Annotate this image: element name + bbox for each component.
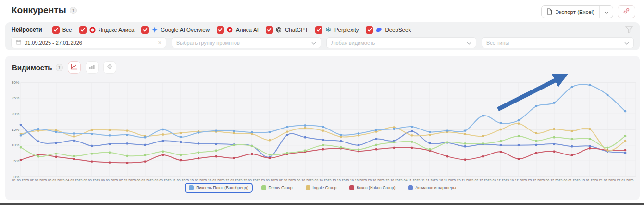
y-tick-label: 5%	[13, 159, 19, 163]
visibility-panel: Видимость ? 0%5%10%15%20%25%30%01.09.202…	[5, 56, 640, 200]
legend-item-pixel-plus[interactable]: Пиксель Плюс (Ваш бренд)	[185, 183, 252, 193]
network-filter-perplexity[interactable]: Perplexity	[315, 26, 359, 34]
chatgpt-icon	[276, 27, 282, 33]
data-point-kokoc-group	[162, 154, 164, 156]
checkbox-checked[interactable]	[79, 26, 87, 34]
data-point-ingate-group	[429, 134, 431, 136]
y-tick-label: 25%	[12, 96, 19, 100]
data-point-ashmanov	[535, 144, 537, 146]
export-excel-button[interactable]: Экспорт (Excel)	[541, 5, 613, 18]
data-point-pixel-plus	[429, 131, 431, 133]
data-point-demis-group	[553, 136, 555, 138]
network-filter-google-ai-overview[interactable]: Google AI Overview	[141, 26, 210, 34]
help-icon[interactable]: ?	[70, 7, 77, 14]
diamond-target-icon	[107, 63, 113, 72]
network-filter-yandex-alice[interactable]: Яндекс Алиса	[79, 26, 135, 34]
x-tick-label: 08.09.2025	[136, 179, 153, 182]
x-tick-label: 01.09.2025	[12, 179, 29, 182]
data-point-ingate-group	[304, 127, 306, 129]
data-point-ingate-group	[482, 135, 484, 137]
filter-funnel-icon[interactable]	[625, 26, 633, 35]
data-point-kokoc-group	[126, 162, 128, 164]
data-point-demis-group	[286, 152, 288, 154]
legend-item-kokoc-group[interactable]: Кокос (Kokoc Group)	[345, 183, 399, 193]
line-chart-mode-button[interactable]	[68, 61, 81, 74]
data-point-demis-group	[322, 144, 324, 146]
network-label: Google AI Overview	[161, 27, 210, 33]
network-filter-chatgpt[interactable]: ChatGPT	[266, 26, 308, 34]
network-filter-all[interactable]: Все	[52, 26, 72, 34]
date-range-input[interactable]	[25, 40, 154, 46]
data-point-kokoc-group	[375, 148, 377, 150]
network-label: Яндекс Алиса	[99, 27, 135, 33]
legend-label: Ашманов и партнеры	[415, 185, 456, 190]
network-label: ChatGPT	[285, 27, 308, 33]
data-point-demis-group	[73, 155, 75, 157]
data-point-demis-group	[251, 145, 253, 147]
x-tick-label: 09.10.2025	[314, 179, 331, 182]
data-point-pixel-plus	[340, 134, 342, 136]
copy-link-button[interactable]	[618, 5, 635, 18]
checkbox-checked[interactable]	[141, 26, 149, 34]
chevron-down-icon	[467, 40, 471, 46]
legend-item-ashmanov[interactable]: Ашманов и партнеры	[404, 183, 460, 193]
visibility-select[interactable]: Любая видимость	[326, 37, 476, 48]
data-point-ingate-group	[73, 135, 75, 137]
legend-item-ingate-group[interactable]: Ingate Group	[301, 183, 341, 193]
data-point-ashmanov	[126, 142, 128, 144]
bar-chart-mode-button[interactable]	[86, 61, 99, 74]
clear-date-icon[interactable]: ×	[158, 39, 161, 46]
data-point-demis-group	[304, 150, 306, 152]
networks-list: ВсеЯндекс АлисаGoogle AI OverviewАлиса A…	[52, 26, 411, 34]
data-point-demis-group	[607, 147, 608, 149]
checkbox-checked[interactable]	[315, 26, 322, 34]
x-tick-label: 02.12.2025	[474, 179, 491, 182]
legend-swatch	[306, 185, 310, 190]
data-point-kokoc-group	[215, 155, 217, 157]
legend-item-demis-group[interactable]: Demis Group	[257, 183, 297, 193]
x-tick-label: 25.09.2025	[243, 179, 260, 182]
data-point-demis-group	[393, 142, 395, 143]
data-point-demis-group	[411, 141, 413, 142]
checkbox-checked[interactable]	[52, 26, 60, 34]
data-point-pixel-plus	[286, 126, 288, 128]
data-point-demis-group	[269, 154, 271, 155]
data-point-ingate-group	[269, 139, 271, 141]
x-tick-label: 16.10.2025	[350, 179, 367, 182]
data-point-pixel-plus	[126, 134, 128, 136]
chevron-down-icon	[311, 40, 316, 46]
data-point-ingate-group	[91, 129, 93, 131]
prompt-group-select[interactable]: Выбрать группу промптов	[172, 37, 321, 48]
data-point-demis-group	[464, 142, 466, 144]
visibility-chart: 0%5%10%15%20%25%30%01.09.202502.09.20250…	[5, 77, 640, 186]
data-point-ashmanov	[553, 143, 555, 145]
types-select[interactable]: Все типы	[482, 37, 634, 48]
network-filter-alice-ai[interactable]: Алиса AI	[217, 26, 259, 34]
network-filter-deepseek[interactable]: DeepSeek	[366, 26, 411, 34]
x-tick-label: 21.01.2026	[599, 179, 616, 182]
data-point-demis-group	[624, 135, 626, 137]
data-point-ingate-group	[162, 133, 164, 135]
checkbox-checked[interactable]	[266, 26, 273, 34]
data-point-pixel-plus	[322, 126, 324, 128]
data-point-demis-group	[109, 152, 111, 154]
data-point-ingate-group	[553, 128, 555, 130]
x-tick-label: 11.11.2025	[421, 179, 438, 182]
data-point-kokoc-group	[553, 151, 555, 153]
export-dropdown-toggle[interactable]	[599, 6, 613, 18]
data-point-demis-group	[215, 150, 217, 152]
data-point-pixel-plus	[180, 136, 182, 138]
checkbox-checked[interactable]	[366, 26, 373, 34]
chart-legend: Пиксель Плюс (Ваш бренд)Demis GroupIngat…	[5, 183, 640, 193]
checkbox-checked[interactable]	[217, 26, 224, 34]
help-icon[interactable]: ?	[56, 64, 63, 71]
date-range-field[interactable]: ×	[11, 37, 166, 48]
data-point-pixel-plus	[482, 115, 484, 116]
diamond-mode-button[interactable]	[103, 61, 116, 74]
data-point-ashmanov	[375, 138, 377, 140]
page-title-row: Конкуренты ?	[12, 5, 77, 15]
yandex-alice-icon	[89, 27, 96, 33]
data-point-demis-group	[55, 153, 57, 154]
page-title: Конкуренты	[12, 5, 66, 15]
data-point-demis-group	[518, 135, 520, 137]
